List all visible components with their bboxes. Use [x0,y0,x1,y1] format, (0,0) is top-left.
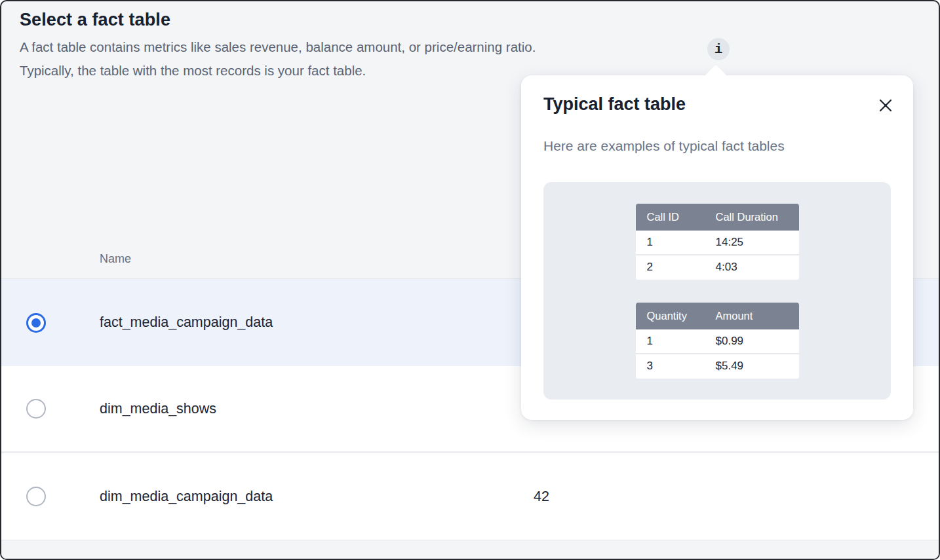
info-icon: i [715,43,723,56]
example-table-header-row: Call ID Call Duration [636,204,799,231]
header-cell: Call ID [636,211,716,223]
cell: 1 [636,335,716,348]
close-icon [878,98,893,113]
example-tables-card: Call ID Call Duration 1 14:25 2 4:03 Qua… [543,182,891,400]
cell: 4:03 [716,261,799,274]
footer-strip [1,540,940,560]
header-cell: Amount [716,310,799,322]
cell: 14:25 [716,236,799,249]
popover-subtitle: Here are examples of typical fact tables [543,138,785,154]
example-table-row: 1 $0.99 [636,329,799,354]
example-table-calls: Call ID Call Duration 1 14:25 2 4:03 [636,204,799,280]
radio-unselected[interactable] [26,399,46,419]
example-table-row: 1 14:25 [636,231,799,255]
page-description-line-2: Typically, the table with the most recor… [20,63,366,79]
table-name-label: fact_media_campaign_data [100,314,273,331]
popover-caret [704,65,728,89]
cell: 2 [636,261,716,274]
radio-unselected[interactable] [26,487,46,506]
example-table-header-row: Quantity Amount [636,303,799,329]
cell: 3 [636,360,716,373]
info-button[interactable]: i [707,38,730,60]
table-name-label: dim_media_campaign_data [100,489,273,505]
radio-selected[interactable] [26,313,46,333]
record-count: 42 [534,489,549,505]
page-description-line-1: A fact table contains metrics like sales… [20,39,536,55]
table-name-label: dim_media_shows [100,401,216,417]
example-table-row: 2 4:03 [636,255,799,280]
popover-title: Typical fact table [543,94,686,115]
column-header-name: Name [100,252,131,266]
header-cell: Quantity [636,310,716,322]
app-window: Select a fact table A fact table contain… [0,0,940,560]
example-table-sales: Quantity Amount 1 $0.99 3 $5.49 [636,303,799,379]
table-row-dim-media-campaign-data[interactable]: dim_media_campaign_data 42 [1,453,940,540]
close-button[interactable] [876,96,895,115]
cell: 1 [636,236,716,249]
cell: $5.49 [716,360,799,373]
header-cell: Call Duration [716,211,799,223]
example-table-row: 3 $5.49 [636,354,799,379]
typical-fact-table-popover: Typical fact table Here are examples of … [521,75,913,420]
cell: $0.99 [716,335,799,348]
page-title: Select a fact table [20,10,170,30]
